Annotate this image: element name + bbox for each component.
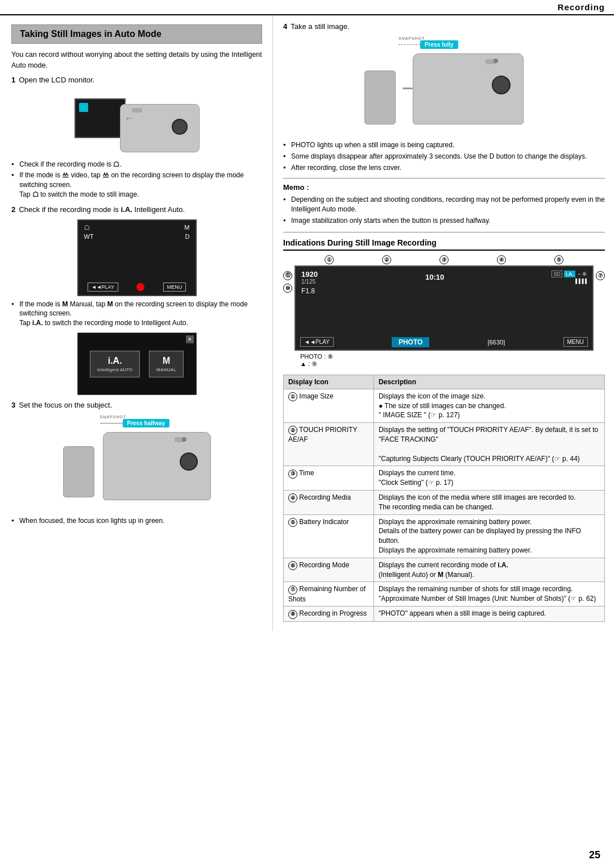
indicator-table: Display Icon Description ① Image Size Di… <box>283 375 605 622</box>
a-footnote: ▲ : ⑨ <box>300 360 605 368</box>
table-cell-icon: ② TOUCH PRIORITY AE/AF <box>284 423 374 466</box>
step-1-bullets: Check if the recording mode is ☖. If the… <box>11 160 262 200</box>
table-body: ① Image Size Displays the icon of the im… <box>284 389 605 621</box>
table-cell-desc: Displays the current time. "Clock Settin… <box>374 466 604 491</box>
row-num-8: ⑧ <box>288 610 297 619</box>
lcd-bottom-section: ◄◄PLAY PHOTO [6630] MENU <box>296 335 592 350</box>
lcd-shutter: 1/125 <box>301 279 316 285</box>
section-heading: Taking Still Images in Auto Mode <box>11 24 262 44</box>
memo-box: Memo : Depending on the subject and shoo… <box>283 178 605 232</box>
row-num-1: ① <box>288 392 297 401</box>
d-label: D <box>185 233 190 240</box>
snapshot-label: SNAPSHOT <box>100 415 127 419</box>
step-1: 1 Open the LCD monitor. ← <box>11 76 262 200</box>
top-callout-row: ① ② ③ ④ ⑤ <box>283 255 605 265</box>
bullet-item: Check if the recording mode is ☖. <box>11 160 262 169</box>
page-header: Recording <box>0 0 614 15</box>
right-callouts: ⑦ <box>594 265 605 280</box>
manual-sublabel: MANUAL <box>156 367 176 372</box>
manual-box: M MANUAL <box>149 351 184 377</box>
bullet-item: When focused, the focus icon lights up i… <box>11 516 262 526</box>
rec-dot <box>136 283 144 291</box>
lcd-resolution: 1920 <box>301 270 318 279</box>
row-num-6: ⑥ <box>288 561 297 570</box>
table-cell-icon: ⑤ Battery Indicator <box>284 514 374 558</box>
play-btn: ◄◄PLAY <box>88 283 118 292</box>
table-row: ④ Recording Media Displays the icon of t… <box>284 490 605 514</box>
table-cell-icon: ⑥ Recording Mode <box>284 558 374 582</box>
callout-10: ⑩ <box>283 284 292 293</box>
lcd-shot-count: [6630] <box>488 339 505 346</box>
lcd-play-btn: ◄◄PLAY <box>300 337 334 347</box>
table-cell-desc: Displays the remaining number of shots f… <box>374 582 604 607</box>
ia-box: i.A. Intelligent AUTO <box>90 351 140 377</box>
bullet-item: If the mode is M Manual, tap M on the re… <box>11 300 262 328</box>
callout-7: ⑦ <box>596 271 605 280</box>
table-cell-icon: ⑧ Recording in Progress <box>284 607 374 621</box>
table-cell-desc: Displays the current recording mode of i… <box>374 558 604 582</box>
battery-bar: ▐▐▐▐ <box>574 279 587 284</box>
close-icon: ✕ <box>186 335 194 343</box>
row-num-4: ④ <box>288 493 297 502</box>
wt-label: WT <box>84 233 94 240</box>
step-2-number: 2 <box>11 205 15 214</box>
header-title: Recording <box>558 2 605 12</box>
step-3-label: Set the focus on the subject. <box>19 401 112 409</box>
table-cell-desc: Displays the approximate remaining batte… <box>374 514 604 558</box>
lcd-wrapper: ① ② ③ ④ ⑤ ⑪ ⑩ 192 <box>283 255 605 368</box>
callout-6-arrow: ←⑥ <box>577 271 587 277</box>
table-cell-icon: ③ Time <box>284 466 374 491</box>
press-halfway-label: Press halfway <box>123 419 170 427</box>
callout-11: ⑪ <box>283 271 292 280</box>
m-label: M <box>184 224 189 231</box>
lcd-right-icons: SD i.A. ←⑥ ▐▐▐▐ <box>551 271 587 284</box>
ia-badge: i.A. <box>564 271 575 277</box>
step-4-label: Take a still image. <box>291 22 349 31</box>
table-cell-icon: ① Image Size <box>284 389 374 422</box>
lcd-row: ⑪ ⑩ 1920 1/125 10:10 <box>283 265 605 351</box>
step-3: 3 Set the focus on the subject. SNAPSHOT… <box>11 401 262 526</box>
ia-select-screen: ✕ i.A. Intelligent AUTO M MANUAL <box>77 333 197 395</box>
memo-item: Depending on the subject and shooting co… <box>283 195 605 214</box>
intro-text: You can record without worrying about th… <box>11 49 262 71</box>
table-row: ⑧ Recording in Progress "PHOTO" appears … <box>284 607 605 621</box>
lcd-menu-btn: MENU <box>563 337 588 347</box>
step-3-bullets: When focused, the focus icon lights up i… <box>11 516 262 526</box>
lcd-time: 10:10 <box>425 273 444 281</box>
row-num-5: ⑤ <box>288 518 297 527</box>
menu-btn: MENU <box>163 283 186 292</box>
memo-item: Image stabilization only starts when the… <box>283 216 605 226</box>
table-row: ① Image Size Displays the icon of the im… <box>284 389 605 422</box>
row-num-3: ③ <box>288 470 297 479</box>
col-header-desc: Description <box>374 375 604 389</box>
step-2-label: Check if the recording mode is i.A. Inte… <box>19 205 185 214</box>
lcd-screen: 1920 1/125 10:10 SD i.A. ←⑥ ▐▐▐▐ <box>294 265 594 351</box>
row-num-2: ② <box>288 426 297 435</box>
step-3-number: 3 <box>11 401 15 409</box>
step-4: 4 Take a still image. SNAPSHOT Press ful… <box>283 22 605 172</box>
main-layout: Taking Still Images in Auto Mode You can… <box>0 15 614 631</box>
table-row: ⑦ Remaining Number of Shots Displays the… <box>284 582 605 607</box>
memo-title: Memo : <box>283 183 605 192</box>
lcd-top-left: 1920 1/125 <box>301 270 318 285</box>
table-cell-icon: ④ Recording Media <box>284 490 374 514</box>
memo-bullets: Depending on the subject and shooting co… <box>283 195 605 225</box>
step-2: 2 Check if the recording mode is i.A. In… <box>11 205 262 395</box>
table-row: ③ Time Displays the current time. "Clock… <box>284 466 605 491</box>
cam-icon: ☖ <box>84 224 90 231</box>
callout-5: ⑤ <box>554 255 563 264</box>
snapshot-label2: SNAPSHOT <box>399 36 425 40</box>
callout-2: ② <box>382 255 391 264</box>
photo-footnote: PHOTO : ⑧ <box>300 353 605 360</box>
bullet-item: After recording, close the lens cover. <box>283 163 605 173</box>
m-text: M <box>156 356 176 366</box>
page-number: 25 <box>589 849 600 861</box>
step-4-bullets: PHOTO lights up when a still image is be… <box>283 140 605 172</box>
left-column: Taking Still Images in Auto Mode You can… <box>0 15 273 631</box>
lcd-photo-badge: PHOTO <box>392 337 429 347</box>
table-cell-desc: "PHOTO" appears when a still image is be… <box>374 607 604 621</box>
table-row: ⑥ Recording Mode Displays the current re… <box>284 558 605 582</box>
press-fully-label: Press fully <box>420 40 458 49</box>
left-callouts: ⑪ ⑩ <box>283 265 294 293</box>
media-icon: SD <box>551 271 562 277</box>
